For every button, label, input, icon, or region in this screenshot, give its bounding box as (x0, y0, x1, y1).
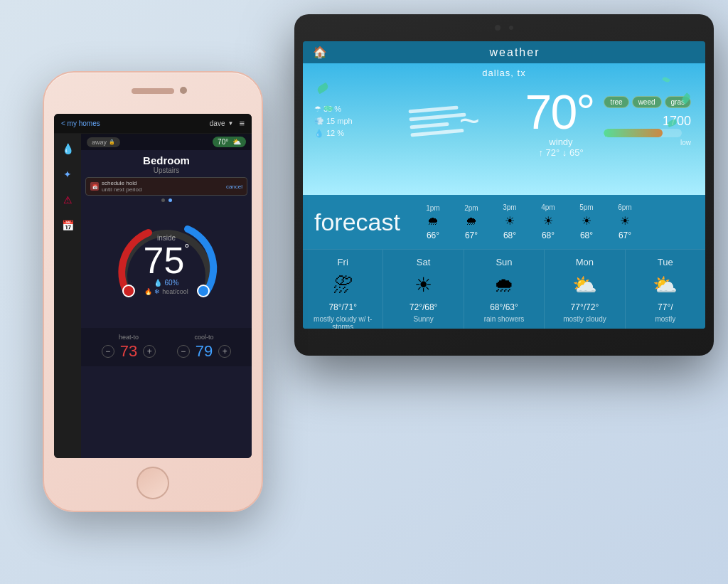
cool-decrease-button[interactable]: − (177, 345, 190, 358)
pollen-tags: tree weed gras (604, 96, 691, 108)
user-menu[interactable]: dave ▼ ≡ (210, 118, 245, 129)
big-temp: 70° (525, 84, 594, 139)
wind-line-1 (408, 105, 458, 113)
menu-icon[interactable]: ≡ (239, 118, 245, 129)
hour-temp-0: 66° (427, 230, 439, 240)
nav-water-icon[interactable]: 💧 (60, 141, 75, 156)
umbrella-icon: ☂ (314, 105, 321, 114)
phone-device: < my homes dave ▼ ≡ 💧 ✦ ⚠ 📅 away (43, 71, 263, 512)
nav-alert-icon[interactable]: ⚠ (60, 192, 75, 208)
lo-temp: 65° (569, 147, 584, 158)
pollen-count: 1700 (604, 114, 691, 129)
heat-setpoint: heat-to − 73 + (102, 334, 156, 361)
hour-icon-1: 🌧 (466, 215, 477, 228)
daily-sat: Sat ☀ 72°/68° Sunny (383, 250, 464, 329)
weather-topbar: 🏠 weather (303, 41, 705, 63)
cool-setpoint: cool-to − 79 + (177, 334, 231, 361)
hour-item-1: 2pm 🌧 67° (453, 201, 490, 243)
setpoints-panel: heat-to − 73 + cool-to − 79 + (81, 328, 252, 366)
away-label: away (92, 139, 107, 146)
wind-value: 15 mph (326, 117, 353, 125)
pollen-bar-fill (604, 129, 663, 137)
wind-visual: ~ (371, 100, 518, 142)
hour-item-0: 1pm 🌧 66° (414, 201, 451, 243)
weather-left-stats: ☂ 33 % 💨 15 mph 💧 12 % (314, 105, 364, 138)
phone-home-button[interactable] (136, 467, 169, 499)
cloud-icon: ⛅ (232, 138, 241, 146)
cool-value: 79 (196, 342, 213, 361)
daily-day-1: Sat (417, 257, 431, 267)
tablet-camera (495, 25, 500, 31)
daily-day-3: Mon (576, 257, 594, 267)
schedule-hold-banner: 📅 schedule hold until next period cancel (85, 177, 247, 196)
page-indicator (81, 198, 252, 202)
hour-icon-2: ☀ (505, 214, 515, 228)
down-arrow-icon: ↓ (562, 147, 567, 158)
weather-sky: dallas, tx ☂ 33 % 💨 15 mph 💧 (303, 63, 705, 195)
daily-temps-2: 68°/63° (490, 302, 518, 312)
hour-time-2: 3pm (503, 203, 516, 211)
daily-icon-0: ⛈ (333, 273, 353, 297)
hi-lo-display: ↑ 72° ↓ 65° (525, 147, 594, 158)
daily-desc-1: Sunny (413, 315, 433, 323)
daily-desc-4: mostly (655, 315, 675, 323)
hour-item-2: 3pm ☀ 68° (491, 201, 528, 243)
flame-icon: 🔥 (144, 288, 152, 295)
hour-time-3: 4pm (541, 203, 555, 211)
daily-desc-0: mostly cloudy w/ t-storms (309, 315, 377, 329)
hour-icon-3: ☀ (543, 214, 553, 228)
cancel-button[interactable]: cancel (226, 184, 242, 190)
cool-to-label: cool-to (177, 334, 231, 341)
phone-speaker (132, 88, 174, 94)
tablet-body: 🏠 weather dallas, tx ☂ 33 % (294, 14, 714, 356)
heat-increase-button[interactable]: + (143, 345, 156, 358)
home-icon[interactable]: 🏠 (313, 46, 327, 59)
city-label: dallas, tx (303, 63, 705, 78)
room-name: Bedroom (81, 154, 252, 166)
svg-point-1 (198, 285, 209, 297)
away-badge[interactable]: away 🔒 (87, 137, 120, 147)
thermostat-readout: inside 75 ° 💧 60% 🔥 ❄ heat/cool (143, 234, 189, 295)
hour-temp-1: 67° (465, 230, 478, 240)
pollen-bar-track (604, 129, 682, 137)
hour-temp-3: 68° (542, 230, 555, 240)
app-title: weather (334, 46, 695, 59)
hour-time-5: 6pm (618, 203, 631, 211)
up-arrow-icon: ↑ (538, 147, 543, 158)
hourly-forecast: forecast 1pm 🌧 66° 2pm 🌧 67° 3pm ☀ (303, 195, 705, 249)
wind-stat: 💨 15 mph (314, 117, 364, 126)
forecast-hourly-list: 1pm 🌧 66° 2pm 🌧 67° 3pm ☀ 68° (412, 195, 646, 249)
phone-main-area: away 🔒 70° ⛅ Bedroom Upstairs 📅 schedule… (81, 134, 252, 458)
pollen-panel: tree weed gras 1700 low (601, 93, 694, 149)
umbrella-stat: ☂ 33 % (314, 105, 364, 114)
nav-fan-icon[interactable]: ✦ (60, 166, 75, 182)
weather-main-row: ☂ 33 % 💨 15 mph 💧 12 % (303, 78, 705, 164)
heat-decrease-button[interactable]: − (102, 345, 114, 358)
pollen-tree: tree (604, 96, 628, 108)
user-label: dave (210, 120, 225, 127)
back-button[interactable]: < my homes (61, 120, 100, 127)
daily-icon-2: 🌧 (494, 273, 514, 297)
daily-day-0: Fri (338, 257, 348, 267)
wind-line-2 (409, 113, 466, 122)
phone-screen: < my homes dave ▼ ≡ 💧 ✦ ⚠ 📅 away (54, 114, 252, 458)
daily-fri: Fri ⛈ 78°/71° mostly cloudy w/ t-storms (303, 250, 383, 329)
schedule-hold-text: schedule hold until next period (102, 180, 141, 193)
wind-line-3 (410, 122, 449, 129)
hour-temp-2: 68° (503, 230, 516, 240)
degree-symbol: ° (184, 242, 189, 257)
wind-line-4 (410, 129, 464, 137)
mode-display: 🔥 ❄ heat/cool (143, 288, 189, 295)
daily-sun: Sun 🌧 68°/63° rain showers (464, 250, 545, 329)
hour-icon-5: ☀ (620, 214, 630, 228)
nav-calendar-icon[interactable]: 📅 (60, 218, 75, 233)
heat-value: 73 (120, 342, 137, 361)
phone-topbar: < my homes dave ▼ ≡ (54, 114, 252, 133)
pollen-level: low (604, 139, 691, 147)
phone-body: < my homes dave ▼ ≡ 💧 ✦ ⚠ 📅 away (43, 71, 263, 512)
daily-icon-4: ⛅ (653, 273, 678, 297)
daily-tue: Tue ⛅ 77°/ mostly (626, 250, 705, 329)
daily-temps-0: 78°/71° (328, 302, 357, 312)
pollen-weed: weed (632, 96, 662, 108)
cool-increase-button[interactable]: + (218, 345, 231, 358)
